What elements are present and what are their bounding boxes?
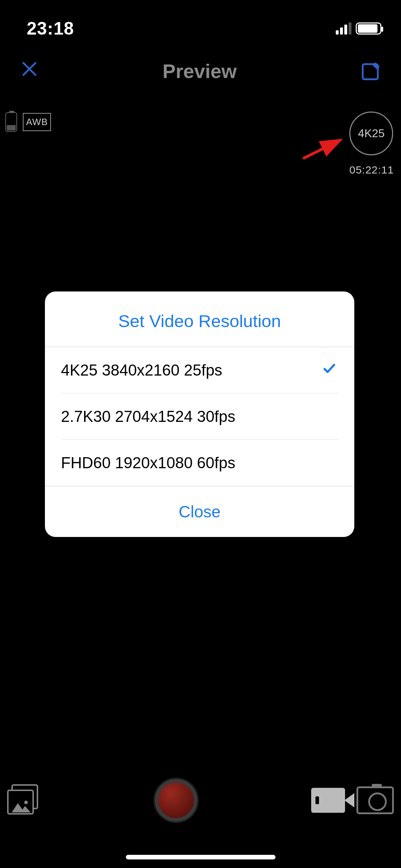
awb-badge[interactable]: AWB [23,113,51,131]
bottom-toolbar [0,779,401,822]
mode-switch-group [311,786,394,814]
annotation-arrow-icon [299,137,346,162]
edit-button[interactable] [360,61,381,82]
resolution-options-list: 4K25 3840x2160 25fps 2.7K30 2704x1524 30… [45,347,354,486]
svg-line-3 [303,140,340,159]
nav-bar: Preview [0,52,401,90]
resolution-option-label: 2.7K30 2704x1524 30fps [61,408,235,425]
video-mode-button[interactable] [311,788,354,813]
resolution-option-label: 4K25 3840x2160 25fps [61,361,222,379]
gallery-button[interactable] [7,784,41,816]
status-bar: 23:18 [0,11,401,46]
modal-title: Set Video Resolution [45,291,354,347]
checkmark-icon [320,361,338,379]
device-battery-icon [5,112,17,132]
home-indicator[interactable] [126,855,276,859]
status-right [336,22,381,35]
svg-point-5 [24,801,28,804]
resolution-option-label: FHD60 1920x1080 60fps [61,454,235,472]
close-button[interactable] [20,58,39,84]
recording-time-remaining: 05:22:11 [349,164,394,176]
resolution-modal: Set Video Resolution 4K25 3840x2160 25fp… [45,291,354,537]
resolution-option[interactable]: 4K25 3840x2160 25fps [61,347,338,393]
page-title: Preview [163,60,237,83]
camera-indicators: AWB [5,112,51,132]
svg-marker-4 [12,803,31,812]
resolution-option[interactable]: 2.7K30 2704x1524 30fps [61,393,338,440]
resolution-option[interactable]: FHD60 1920x1080 60fps [61,440,338,486]
resolution-badge[interactable]: 4K25 [349,112,393,155]
cellular-signal-icon [336,22,351,35]
resolution-indicator-group: 4K25 05:22:11 [349,112,394,176]
photo-mode-button[interactable] [356,786,394,814]
modal-close-button[interactable]: Close [45,486,354,537]
status-time: 23:18 [27,18,74,39]
resolution-badge-label: 4K25 [358,127,385,140]
battery-icon [356,22,381,35]
record-button[interactable] [155,779,197,822]
